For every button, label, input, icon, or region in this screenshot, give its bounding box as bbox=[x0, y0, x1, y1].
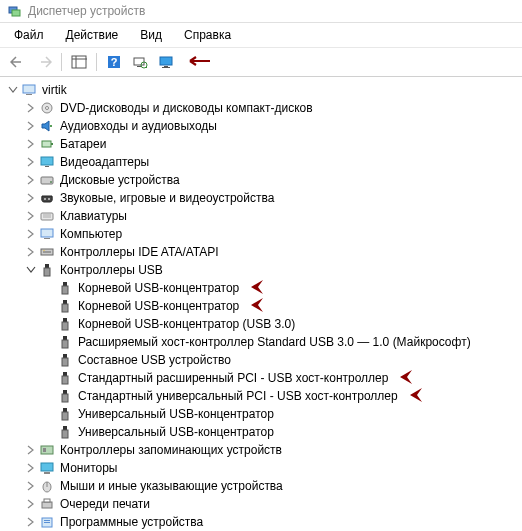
menu-action[interactable]: Действие bbox=[56, 25, 129, 45]
expander-closed-icon[interactable] bbox=[24, 515, 38, 529]
tree-category-row[interactable]: Компьютер bbox=[24, 225, 520, 243]
tree-item-label: Корневой USB-концентратор bbox=[76, 281, 241, 295]
expander-closed-icon[interactable] bbox=[24, 155, 38, 169]
help-button[interactable]: ? bbox=[102, 51, 126, 73]
tree-item-label: Контроллеры USB bbox=[58, 263, 165, 277]
tree-root-label: virtik bbox=[40, 83, 69, 97]
tree-item-label: Корневой USB-концентратор bbox=[76, 299, 241, 313]
svg-rect-7 bbox=[134, 58, 144, 65]
tree-device-row[interactable]: Корневой USB-концентратор bbox=[42, 297, 520, 315]
back-button[interactable] bbox=[6, 51, 30, 73]
expander-icon[interactable] bbox=[6, 83, 20, 97]
menu-file[interactable]: Файл bbox=[4, 25, 54, 45]
annotation-arrow bbox=[406, 386, 424, 407]
svg-rect-13 bbox=[162, 67, 170, 68]
menubar: Файл Действие Вид Справка bbox=[0, 23, 522, 48]
expander-closed-icon[interactable] bbox=[24, 101, 38, 115]
tree-device-row[interactable]: Универсальный USB-концентратор bbox=[42, 405, 520, 423]
annotation-arrow-toolbar bbox=[188, 54, 216, 71]
tree-category-row[interactable]: Клавиатуры bbox=[24, 207, 520, 225]
expander-closed-icon[interactable] bbox=[24, 497, 38, 511]
tree-item-label: Универсальный USB-концентратор bbox=[76, 407, 276, 421]
usb-device-icon bbox=[56, 406, 74, 422]
tree-category-row[interactable]: Батареи bbox=[24, 135, 520, 153]
toolbar-separator bbox=[96, 53, 97, 71]
tree-item-label: Стандартный расширенный PCI - USB хост-к… bbox=[76, 371, 390, 385]
window-title: Диспетчер устройств bbox=[28, 4, 145, 18]
tree-item-label: Мыши и иные указывающие устройства bbox=[58, 479, 285, 493]
tree-device-row[interactable]: Корневой USB-концентратор bbox=[42, 279, 520, 297]
tree-category-row[interactable]: Очереди печати bbox=[24, 495, 520, 513]
tree-category-row[interactable]: Звуковые, игровые и видеоустройства bbox=[24, 189, 520, 207]
tree-category-row[interactable]: Видеоадаптеры bbox=[24, 153, 520, 171]
tree-item-label: Программные устройства bbox=[58, 515, 205, 529]
expander-closed-icon[interactable] bbox=[24, 191, 38, 205]
storage-icon bbox=[38, 442, 56, 458]
tree-category-row[interactable]: Мониторы bbox=[24, 459, 520, 477]
tree-category-row[interactable]: Контроллеры запоминающих устройств bbox=[24, 441, 520, 459]
tree-device-row[interactable]: Расширяемый хост-контроллер Standard USB… bbox=[42, 333, 520, 351]
printq-icon bbox=[38, 496, 56, 512]
mouse-icon bbox=[38, 478, 56, 494]
tree-device-row[interactable]: Корневой USB-концентратор (USB 3.0) bbox=[42, 315, 520, 333]
expander-closed-icon[interactable] bbox=[24, 479, 38, 493]
program-icon bbox=[38, 514, 56, 530]
computer-icon bbox=[38, 226, 56, 242]
svg-rect-8 bbox=[137, 66, 141, 67]
disk-icon bbox=[38, 172, 56, 188]
tree-item-label: Расширяемый хост-контроллер Standard USB… bbox=[76, 335, 473, 349]
computer-icon bbox=[20, 82, 38, 98]
tree-category-row[interactable]: DVD-дисководы и дисководы компакт-дисков bbox=[24, 99, 520, 117]
expander-closed-icon[interactable] bbox=[24, 173, 38, 187]
menu-view[interactable]: Вид bbox=[130, 25, 172, 45]
usb-device-icon bbox=[56, 334, 74, 350]
tree-category-row[interactable]: Аудиовходы и аудиовыходы bbox=[24, 117, 520, 135]
tree-device-row[interactable]: Универсальный USB-концентратор bbox=[42, 423, 520, 441]
game-icon bbox=[38, 190, 56, 206]
svg-rect-11 bbox=[160, 57, 172, 65]
tree-item-label: DVD-дисководы и дисководы компакт-дисков bbox=[58, 101, 315, 115]
expander-closed-icon[interactable] bbox=[24, 443, 38, 457]
monitor-button[interactable] bbox=[154, 51, 178, 73]
audio-icon bbox=[38, 118, 56, 134]
show-hide-tree-button[interactable] bbox=[67, 51, 91, 73]
tree-item-label: Клавиатуры bbox=[58, 209, 129, 223]
tree-category-row[interactable]: Дисковые устройства bbox=[24, 171, 520, 189]
tree-root-row[interactable]: virtik bbox=[6, 81, 520, 99]
tree-item-label: Батареи bbox=[58, 137, 108, 151]
ide-icon bbox=[38, 244, 56, 260]
tree-item-label: Очереди печати bbox=[58, 497, 152, 511]
svg-rect-12 bbox=[164, 66, 168, 67]
expander-closed-icon[interactable] bbox=[24, 227, 38, 241]
tree-category-row[interactable]: Мыши и иные указывающие устройства bbox=[24, 477, 520, 495]
disc-icon bbox=[38, 100, 56, 116]
tree-category-row[interactable]: Контроллеры IDE ATA/ATAPI bbox=[24, 243, 520, 261]
tree-device-row[interactable]: Стандартный универсальный PCI - USB хост… bbox=[42, 387, 520, 405]
svg-rect-15 bbox=[26, 94, 32, 95]
tree-device-row[interactable]: Составное USB устройство bbox=[42, 351, 520, 369]
usb-device-icon bbox=[56, 388, 74, 404]
expander-closed-icon[interactable] bbox=[24, 245, 38, 259]
tree-item-label: Мониторы bbox=[58, 461, 119, 475]
forward-button[interactable] bbox=[32, 51, 56, 73]
expander-closed-icon[interactable] bbox=[24, 461, 38, 475]
expander-closed-icon[interactable] bbox=[24, 209, 38, 223]
monitor-icon bbox=[38, 460, 56, 476]
tree-category-row[interactable]: Контроллеры USB bbox=[24, 261, 520, 279]
tree-item-label: Видеоадаптеры bbox=[58, 155, 151, 169]
tree-item-label: Компьютер bbox=[58, 227, 124, 241]
usb-device-icon bbox=[56, 424, 74, 440]
tree-item-label: Звуковые, игровые и видеоустройства bbox=[58, 191, 276, 205]
scan-hardware-button[interactable] bbox=[128, 51, 152, 73]
tree-device-row[interactable]: Стандартный расширенный PCI - USB хост-к… bbox=[42, 369, 520, 387]
tree-item-label: Аудиовходы и аудиовыходы bbox=[58, 119, 219, 133]
device-tree[interactable]: virtik DVD-дисководы и дисководы компакт… bbox=[0, 77, 522, 531]
expander-open-icon[interactable] bbox=[24, 263, 38, 277]
expander-closed-icon[interactable] bbox=[24, 119, 38, 133]
expander-closed-icon[interactable] bbox=[24, 137, 38, 151]
tree-item-label: Контроллеры IDE ATA/ATAPI bbox=[58, 245, 221, 259]
tree-category-row[interactable]: Программные устройства bbox=[24, 513, 520, 531]
tree-item-label: Корневой USB-концентратор (USB 3.0) bbox=[76, 317, 297, 331]
menu-help[interactable]: Справка bbox=[174, 25, 241, 45]
usb-device-icon bbox=[56, 298, 74, 314]
